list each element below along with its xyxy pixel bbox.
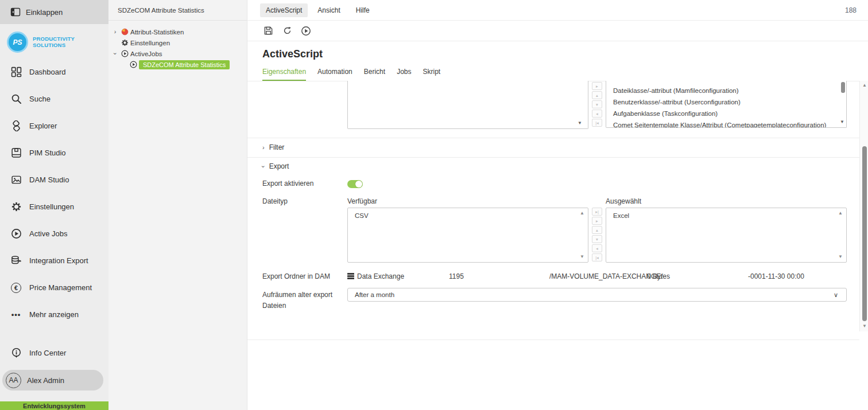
divider — [247, 138, 859, 138]
sidebar-item-dashboard[interactable]: Dashboard — [0, 58, 108, 85]
filetype-available-listbox[interactable]: CSV ▲ ▼ — [347, 208, 588, 263]
sidebar-item-label: Explorer — [29, 122, 57, 130]
counter-badge: 188 — [845, 6, 857, 14]
list-item[interactable]: Excel — [606, 208, 846, 221]
info-pin-icon — [10, 347, 22, 359]
tree-item-sdzecom-attribute-statistics[interactable]: SDZeCOM Attribute Statistics — [130, 59, 247, 70]
list-item[interactable]: Aufgabenklasse (Taskconfiguration) — [606, 107, 846, 119]
sidebar-item-integration-export[interactable]: Integration Export — [0, 247, 108, 274]
scroll-up-icon[interactable]: ▲ — [862, 83, 867, 88]
section-export-label: Export — [269, 162, 289, 170]
volume-icon — [347, 273, 354, 279]
app-logo: PS PRODUCTIVITY SOLUTIONS — [0, 24, 108, 58]
sidebar: Einklappen PS PRODUCTIVITY SOLUTIONS Das… — [0, 0, 108, 410]
chevron-right-icon: › — [262, 145, 265, 151]
move-right-button[interactable]: ▸ — [592, 82, 602, 90]
logo-text: PRODUCTIVITY SOLUTIONS — [33, 36, 75, 48]
tab-bericht[interactable]: Bericht — [364, 68, 385, 81]
tree-item-einstellungen[interactable]: Einstellungen — [121, 37, 247, 48]
scroll-up-icon[interactable]: ▲ — [580, 211, 584, 216]
move-down-button[interactable]: ▾ — [592, 100, 602, 108]
section-export[interactable]: › Export — [262, 162, 289, 170]
tree-item-attribut-statistiken[interactable]: › Attribut-Statistiken — [112, 26, 247, 37]
pim-studio-icon — [10, 147, 22, 159]
tree-item-activejobs[interactable]: › ActiveJobs — [112, 48, 247, 59]
dam-folder-id: 1195 — [449, 272, 464, 280]
list-item[interactable]: Benutzerklasse/-attribut (Userconfigurat… — [606, 96, 846, 107]
sidebar-item-label: PIM Studio — [29, 149, 66, 157]
move-all-right-button[interactable]: ▸| — [592, 208, 602, 216]
euro-circle-icon: € — [10, 282, 22, 294]
divider — [247, 339, 859, 340]
cleanup-select[interactable]: After a month ∨ — [347, 288, 847, 302]
menubar: ActiveScript Ansicht Hilfe 188 — [247, 0, 868, 21]
scroll-down-icon[interactable]: ▼ — [862, 324, 867, 329]
scroll-down-icon[interactable]: ▼ — [840, 120, 844, 124]
main-content: ActiveScript Ansicht Hilfe 188 ActiveScr… — [247, 0, 868, 410]
scroll-down-icon[interactable]: ▼ — [578, 121, 582, 126]
menu-ansicht[interactable]: Ansicht — [312, 3, 346, 17]
move-left-button[interactable]: ◂ — [592, 110, 602, 118]
export-enable-toggle[interactable] — [347, 180, 363, 188]
scroll-down-icon[interactable]: ▼ — [580, 255, 584, 259]
tab-skript[interactable]: Skript — [423, 68, 440, 81]
refresh-icon[interactable] — [281, 25, 293, 37]
scroll-up-icon[interactable]: ▲ — [838, 211, 843, 216]
sidebar-item-mehr-anzeigen[interactable]: ••• Mehr anzeigen — [0, 301, 108, 328]
menu-activescript[interactable]: ActiveScript — [260, 3, 308, 17]
sidebar-item-einstellungen[interactable]: Einstellungen — [0, 193, 108, 220]
sidebar-item-explorer[interactable]: Explorer — [0, 112, 108, 139]
move-right-button[interactable]: ▸ — [592, 217, 602, 225]
dam-folder-size: 0 Bytes — [647, 272, 670, 280]
navigation-tree-panel: SDZeCOM Attribute Statistics › Attribut-… — [108, 0, 247, 410]
scroll-down-icon[interactable]: ▼ — [838, 255, 843, 259]
sidebar-item-label: Suche — [29, 95, 51, 103]
sidebar-item-label: Mehr anzeigen — [29, 310, 79, 319]
move-down-button[interactable]: ▾ — [592, 235, 602, 243]
move-up-button[interactable]: ▴ — [592, 91, 602, 99]
collapse-sidebar-button[interactable]: Einklappen — [0, 0, 108, 24]
sidebar-item-active-jobs[interactable]: Active Jobs — [0, 220, 108, 247]
dashboard-icon — [10, 67, 22, 78]
page-scrollbar[interactable]: ▲ ▼ — [859, 81, 868, 331]
attribute-transfer-buttons: ▸ ▴ ▾ ◂ |◂ — [592, 82, 602, 127]
ellipsis-icon: ••• — [10, 309, 22, 321]
chevron-right-icon[interactable]: › — [112, 29, 118, 35]
attribute-available-listbox[interactable]: ▼ — [347, 81, 588, 129]
avatar: AA — [6, 373, 21, 388]
play-circle-icon — [130, 61, 136, 68]
chevron-down-icon: ∨ — [834, 291, 838, 299]
section-filter[interactable]: › Filter — [262, 143, 284, 151]
dam-studio-icon — [10, 174, 22, 186]
sidebar-item-info-center[interactable]: Info Center — [0, 339, 108, 366]
list-item[interactable]: Dateiklasse/-attribut (Mamfileconfigurat… — [606, 84, 846, 96]
sidebar-item-label: Integration Export — [29, 256, 88, 265]
sidebar-item-pim-studio[interactable]: PIM Studio — [0, 139, 108, 166]
tab-jobs[interactable]: Jobs — [397, 68, 411, 81]
save-button[interactable] — [262, 25, 274, 37]
tab-automation[interactable]: Automation — [317, 68, 352, 81]
move-up-button[interactable]: ▴ — [592, 226, 602, 234]
list-item[interactable]: CSV — [348, 208, 588, 221]
sidebar-item-price-management[interactable]: € Price Management — [0, 274, 108, 301]
sidebar-item-suche[interactable]: Suche — [0, 85, 108, 112]
filetype-selected-listbox[interactable]: Excel ▲ ▼ — [606, 208, 847, 263]
dam-folder-name[interactable]: Data Exchange — [357, 272, 404, 280]
attribute-selected-listbox[interactable]: Dateiklasse/-attribut (Mamfileconfigurat… — [606, 81, 847, 128]
sidebar-item-dam-studio[interactable]: DAM Studio — [0, 166, 108, 193]
user-name: Alex Admin — [27, 376, 64, 385]
chevron-down-icon[interactable]: › — [112, 50, 118, 57]
run-button[interactable] — [300, 25, 312, 37]
gear-icon — [121, 39, 127, 46]
list-item[interactable]: Comet Seitentemplate Klasse/Attribut (Co… — [606, 119, 846, 128]
environment-badge: Entwicklungssystem — [0, 401, 108, 410]
user-menu[interactable]: AA Alex Admin — [2, 370, 103, 391]
move-all-left-button[interactable]: |◂ — [592, 119, 602, 127]
menu-hilfe[interactable]: Hilfe — [350, 3, 375, 17]
tab-eigenschaften[interactable]: Eigenschaften — [262, 68, 306, 81]
sidebar-item-label: Active Jobs — [29, 229, 67, 238]
move-left-button[interactable]: ◂ — [592, 244, 602, 252]
scrollbar-thumb[interactable] — [862, 146, 867, 321]
scrollbar-thumb[interactable] — [841, 82, 845, 93]
move-all-left-button[interactable]: |◂ — [592, 253, 602, 261]
